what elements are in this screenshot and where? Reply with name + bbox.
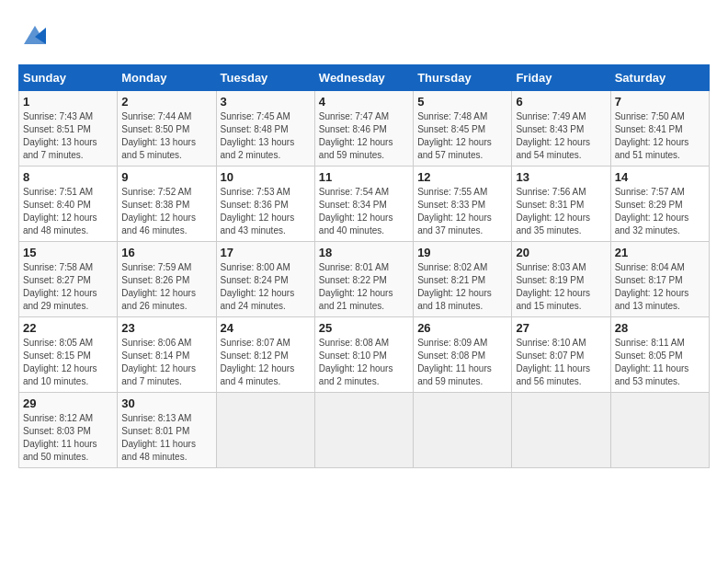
day-number: 1 [23, 95, 113, 109]
table-row [512, 393, 610, 468]
table-row: 18Sunrise: 8:01 AMSunset: 8:22 PMDayligh… [314, 242, 413, 317]
table-row: 10Sunrise: 7:53 AMSunset: 8:36 PMDayligh… [216, 167, 314, 242]
day-detail: Sunrise: 7:51 AMSunset: 8:40 PMDaylight:… [23, 186, 113, 237]
day-detail: Sunrise: 8:01 AMSunset: 8:22 PMDaylight:… [319, 261, 409, 313]
day-detail: Sunrise: 8:06 AMSunset: 8:14 PMDaylight:… [121, 337, 211, 388]
table-row [414, 393, 512, 468]
table-row: 17Sunrise: 8:00 AMSunset: 8:24 PMDayligh… [216, 242, 314, 317]
table-row: 28Sunrise: 8:11 AMSunset: 8:05 PMDayligh… [610, 317, 709, 393]
day-detail: Sunrise: 7:47 AMSunset: 8:46 PMDaylight:… [319, 110, 409, 162]
table-row [216, 393, 314, 468]
table-row: 27Sunrise: 8:10 AMSunset: 8:07 PMDayligh… [512, 317, 610, 393]
day-number: 14 [615, 170, 705, 184]
day-number: 6 [516, 95, 606, 109]
table-row: 22Sunrise: 8:05 AMSunset: 8:15 PMDayligh… [19, 317, 118, 393]
table-row: 19Sunrise: 8:02 AMSunset: 8:21 PMDayligh… [414, 242, 512, 317]
table-row: 11Sunrise: 7:54 AMSunset: 8:34 PMDayligh… [314, 167, 413, 242]
day-detail: Sunrise: 8:09 AMSunset: 8:08 PMDaylight:… [417, 337, 507, 388]
table-row: 9Sunrise: 7:52 AMSunset: 8:38 PMDaylight… [118, 167, 216, 242]
table-row: 6Sunrise: 7:49 AMSunset: 8:43 PMDaylight… [512, 91, 610, 167]
day-detail: Sunrise: 8:08 AMSunset: 8:10 PMDaylight:… [319, 337, 409, 388]
day-detail: Sunrise: 8:00 AMSunset: 8:24 PMDaylight:… [221, 261, 311, 313]
day-detail: Sunrise: 7:55 AMSunset: 8:33 PMDaylight:… [417, 186, 507, 237]
col-saturday: Saturday [610, 65, 709, 91]
day-number: 20 [516, 246, 606, 259]
day-number: 8 [23, 170, 113, 184]
day-detail: Sunrise: 7:56 AMSunset: 8:31 PMDaylight:… [516, 186, 606, 237]
calendar-table: Sunday Monday Tuesday Wednesday Thursday… [18, 64, 710, 468]
table-row: 26Sunrise: 8:09 AMSunset: 8:08 PMDayligh… [414, 317, 512, 393]
calendar-week-row: 22Sunrise: 8:05 AMSunset: 8:15 PMDayligh… [19, 317, 710, 393]
day-number: 22 [23, 321, 113, 335]
table-row: 23Sunrise: 8:06 AMSunset: 8:14 PMDayligh… [118, 317, 216, 393]
table-row: 15Sunrise: 7:58 AMSunset: 8:27 PMDayligh… [19, 242, 118, 317]
day-detail: Sunrise: 8:03 AMSunset: 8:19 PMDaylight:… [516, 261, 606, 313]
table-row: 7Sunrise: 7:50 AMSunset: 8:41 PMDaylight… [610, 91, 709, 167]
day-number: 30 [121, 396, 211, 410]
table-row: 29Sunrise: 8:12 AMSunset: 8:03 PMDayligh… [19, 393, 118, 468]
day-number: 11 [319, 170, 409, 184]
day-detail: Sunrise: 8:04 AMSunset: 8:17 PMDaylight:… [615, 261, 705, 313]
table-row: 14Sunrise: 7:57 AMSunset: 8:29 PMDayligh… [610, 167, 709, 242]
day-detail: Sunrise: 7:59 AMSunset: 8:26 PMDaylight:… [121, 261, 211, 313]
day-detail: Sunrise: 8:07 AMSunset: 8:12 PMDaylight:… [221, 337, 311, 388]
table-row: 25Sunrise: 8:08 AMSunset: 8:10 PMDayligh… [314, 317, 413, 393]
day-detail: Sunrise: 7:50 AMSunset: 8:41 PMDaylight:… [615, 110, 705, 162]
table-row: 1Sunrise: 7:43 AMSunset: 8:51 PMDaylight… [19, 91, 118, 167]
table-row: 13Sunrise: 7:56 AMSunset: 8:31 PMDayligh… [512, 167, 610, 242]
day-number: 15 [23, 246, 113, 259]
day-number: 9 [121, 170, 211, 184]
table-row [610, 393, 709, 468]
day-detail: Sunrise: 8:02 AMSunset: 8:21 PMDaylight:… [417, 261, 507, 313]
day-number: 26 [417, 321, 507, 335]
day-detail: Sunrise: 8:13 AMSunset: 8:01 PMDaylight:… [121, 412, 211, 464]
calendar-week-row: 15Sunrise: 7:58 AMSunset: 8:27 PMDayligh… [19, 242, 710, 317]
table-row [314, 393, 413, 468]
day-detail: Sunrise: 8:05 AMSunset: 8:15 PMDaylight:… [23, 337, 113, 388]
day-detail: Sunrise: 7:53 AMSunset: 8:36 PMDaylight:… [221, 186, 311, 237]
col-tuesday: Tuesday [216, 65, 314, 91]
day-detail: Sunrise: 7:48 AMSunset: 8:45 PMDaylight:… [417, 110, 507, 162]
day-detail: Sunrise: 7:57 AMSunset: 8:29 PMDaylight:… [615, 186, 705, 237]
day-number: 27 [516, 321, 606, 335]
day-number: 16 [121, 246, 211, 259]
logo [18, 18, 55, 55]
table-row: 4Sunrise: 7:47 AMSunset: 8:46 PMDaylight… [314, 91, 413, 167]
day-detail: Sunrise: 7:49 AMSunset: 8:43 PMDaylight:… [516, 110, 606, 162]
day-detail: Sunrise: 8:10 AMSunset: 8:07 PMDaylight:… [516, 337, 606, 388]
day-number: 25 [319, 321, 409, 335]
col-thursday: Thursday [414, 65, 512, 91]
day-number: 21 [615, 246, 705, 259]
day-number: 19 [417, 246, 507, 259]
table-row: 2Sunrise: 7:44 AMSunset: 8:50 PMDaylight… [118, 91, 216, 167]
day-detail: Sunrise: 7:52 AMSunset: 8:38 PMDaylight:… [121, 186, 211, 237]
table-row: 30Sunrise: 8:13 AMSunset: 8:01 PMDayligh… [118, 393, 216, 468]
logo-icon [18, 18, 51, 55]
col-sunday: Sunday [19, 65, 118, 91]
day-number: 23 [121, 321, 211, 335]
day-detail: Sunrise: 7:43 AMSunset: 8:51 PMDaylight:… [23, 110, 113, 162]
day-number: 12 [417, 170, 507, 184]
day-detail: Sunrise: 8:11 AMSunset: 8:05 PMDaylight:… [615, 337, 705, 388]
col-monday: Monday [118, 65, 216, 91]
day-detail: Sunrise: 7:58 AMSunset: 8:27 PMDaylight:… [23, 261, 113, 313]
calendar-week-row: 8Sunrise: 7:51 AMSunset: 8:40 PMDaylight… [19, 167, 710, 242]
day-detail: Sunrise: 7:44 AMSunset: 8:50 PMDaylight:… [121, 110, 211, 162]
day-number: 7 [615, 95, 705, 109]
day-number: 17 [221, 246, 311, 259]
table-row: 8Sunrise: 7:51 AMSunset: 8:40 PMDaylight… [19, 167, 118, 242]
day-number: 3 [221, 95, 311, 109]
calendar-week-row: 1Sunrise: 7:43 AMSunset: 8:51 PMDaylight… [19, 91, 710, 167]
day-number: 29 [23, 396, 113, 410]
day-detail: Sunrise: 8:12 AMSunset: 8:03 PMDaylight:… [23, 412, 113, 464]
table-row: 12Sunrise: 7:55 AMSunset: 8:33 PMDayligh… [414, 167, 512, 242]
day-number: 4 [319, 95, 409, 109]
day-detail: Sunrise: 7:45 AMSunset: 8:48 PMDaylight:… [221, 110, 311, 162]
day-number: 24 [221, 321, 311, 335]
table-row: 21Sunrise: 8:04 AMSunset: 8:17 PMDayligh… [610, 242, 709, 317]
table-row: 20Sunrise: 8:03 AMSunset: 8:19 PMDayligh… [512, 242, 610, 317]
day-number: 18 [319, 246, 409, 259]
day-number: 10 [221, 170, 311, 184]
table-row: 5Sunrise: 7:48 AMSunset: 8:45 PMDaylight… [414, 91, 512, 167]
table-row: 3Sunrise: 7:45 AMSunset: 8:48 PMDaylight… [216, 91, 314, 167]
